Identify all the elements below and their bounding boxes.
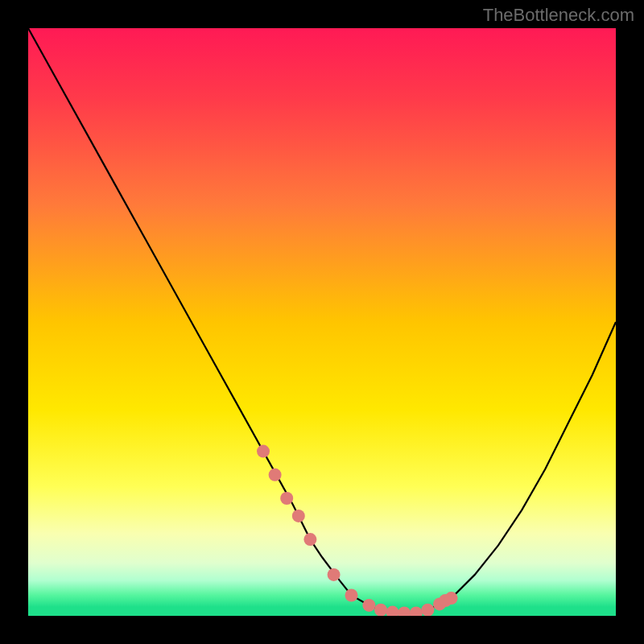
highlight-dot bbox=[398, 606, 411, 616]
highlight-dot bbox=[410, 606, 423, 616]
chart-svg bbox=[28, 28, 616, 616]
highlight-dots-group bbox=[257, 445, 458, 616]
highlight-dot bbox=[280, 492, 293, 505]
highlight-dot bbox=[362, 599, 375, 612]
highlight-dot bbox=[292, 510, 305, 522]
highlight-dot bbox=[421, 604, 434, 616]
highlight-dot bbox=[257, 445, 270, 458]
highlight-dot bbox=[303, 533, 316, 546]
highlight-dot bbox=[445, 592, 458, 605]
chart-frame bbox=[28, 28, 616, 616]
highlight-dot bbox=[374, 604, 387, 616]
highlight-dot bbox=[328, 568, 341, 581]
bottleneck-curve bbox=[28, 28, 616, 613]
highlight-dot bbox=[269, 469, 282, 481]
highlight-dot bbox=[345, 589, 358, 602]
highlight-dot bbox=[386, 606, 399, 616]
watermark-text: TheBottleneck.com bbox=[483, 5, 634, 26]
